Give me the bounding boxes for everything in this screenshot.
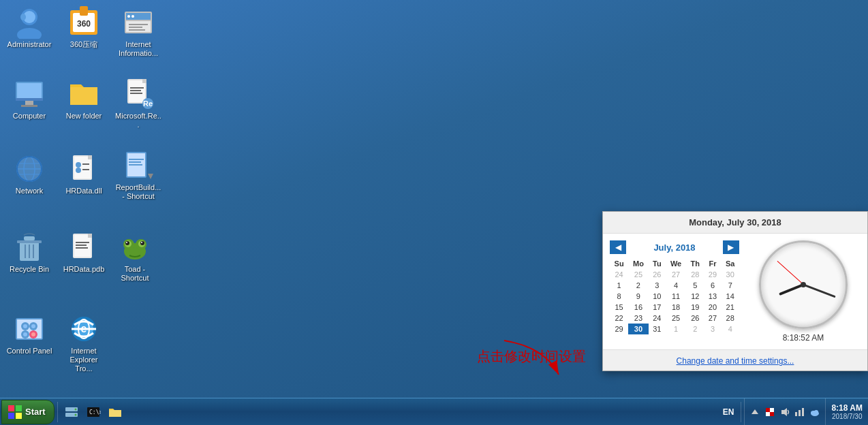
tray-network-icon[interactable] <box>794 406 806 418</box>
svg-rect-42 <box>82 163 89 165</box>
desktop-icon-hrdata-pdb[interactable]: HRData.pdb <box>58 228 110 277</box>
svg-point-82 <box>31 332 35 336</box>
calendar-day[interactable]: 24 <box>649 313 666 324</box>
calendar-popup: Monday, July 30, 2018 ◀ July, 2018 ▶ SuM… <box>602 211 868 371</box>
calendar-day[interactable]: 1 <box>666 324 686 334</box>
folder-open-icon <box>108 405 123 420</box>
calendar-day[interactable]: 31 <box>649 324 666 334</box>
svg-point-11 <box>127 15 130 18</box>
calendar-day[interactable]: 16 <box>628 302 648 313</box>
network-tray-icon <box>794 407 805 418</box>
desktop-icon-iis[interactable]: Internet Informatio... <box>112 3 164 61</box>
calendar-month-title: July, 2018 <box>653 242 695 253</box>
desktop-icon-360zip[interactable]: 360 360压缩 <box>58 3 110 52</box>
calendar-day-header: Th <box>686 258 704 269</box>
language-indicator[interactable]: EN <box>719 407 739 417</box>
taskbar-terminal-icon[interactable]: C:\> <box>82 401 104 423</box>
taskbar-separator <box>57 402 58 422</box>
svg-rect-44 <box>82 169 89 170</box>
svg-marker-104 <box>781 408 787 416</box>
taskbar-server-icon[interactable] <box>61 401 82 423</box>
svg-rect-90 <box>16 405 22 411</box>
calendar-day[interactable]: 3 <box>649 280 666 291</box>
tray-flag-icon[interactable] <box>764 406 776 418</box>
calendar-day[interactable]: 26 <box>649 269 666 280</box>
calendar-day[interactable]: 28 <box>686 269 704 280</box>
desktop-icon-newfolder[interactable]: New folder <box>58 75 110 123</box>
calendar-day[interactable]: 1 <box>610 280 628 291</box>
svg-point-110 <box>814 410 818 414</box>
calendar-day[interactable]: 26 <box>686 313 704 324</box>
calendar-day[interactable]: 23 <box>628 313 648 324</box>
calendar-day[interactable]: 10 <box>649 291 666 302</box>
svg-rect-60 <box>88 234 92 238</box>
calendar-day[interactable]: 30 <box>721 269 739 280</box>
tray-cloud-icon[interactable] <box>809 406 821 418</box>
calendar-day[interactable]: 25 <box>666 313 686 324</box>
svg-rect-74 <box>17 319 42 339</box>
calendar-day[interactable]: 21 <box>721 302 739 313</box>
calendar-day[interactable]: 4 <box>666 280 686 291</box>
svg-rect-49 <box>129 164 142 166</box>
svg-marker-50 <box>148 174 153 179</box>
calendar-day[interactable]: 12 <box>686 291 704 302</box>
calendar-next-button[interactable]: ▶ <box>723 240 739 254</box>
calendar-prev-button[interactable]: ◀ <box>610 240 626 254</box>
calendar-day[interactable]: 25 <box>628 269 648 280</box>
desktop-icon-administrator[interactable]: Administrator <box>3 3 55 52</box>
calendar-day[interactable]: 24 <box>610 269 628 280</box>
change-time-link[interactable]: Change date and time settings... <box>677 356 794 366</box>
calendar-day[interactable]: 11 <box>666 291 686 302</box>
svg-point-3 <box>20 14 26 20</box>
svg-rect-92 <box>16 413 22 419</box>
calendar-day[interactable]: 8 <box>610 291 628 302</box>
calendar-day[interactable]: 27 <box>704 313 722 324</box>
calendar-day[interactable]: 29 <box>704 269 722 280</box>
svg-rect-15 <box>129 29 145 31</box>
desktop-icon-microsoftre[interactable]: Re Microsoft.Re... <box>112 75 164 132</box>
calendar-day[interactable]: 29 <box>610 324 628 334</box>
taskbar-right-separator <box>741 402 741 422</box>
calendar-day[interactable]: 2 <box>628 280 648 291</box>
desktop-icon-hrdata-dll[interactable]: HRData.dll <box>58 150 110 198</box>
calendar-day[interactable]: 15 <box>610 302 628 313</box>
desktop-icon-controlpanel[interactable]: Control Panel <box>3 310 55 358</box>
svg-point-70 <box>140 241 144 245</box>
calendar-day[interactable]: 30 <box>628 324 648 334</box>
desktop-icon-network[interactable]: Network <box>3 150 55 198</box>
calendar-day[interactable]: 2 <box>686 324 704 334</box>
svg-rect-22 <box>70 87 97 105</box>
calendar-day[interactable]: 17 <box>649 302 666 313</box>
svg-text:360: 360 <box>77 19 91 29</box>
svg-point-95 <box>74 408 76 410</box>
calendar-day[interactable]: 7 <box>721 280 739 291</box>
desktop-icon-toad[interactable]: Toad - Shortcut <box>109 228 161 285</box>
tray-speaker-icon[interactable] <box>779 406 791 418</box>
calendar-day[interactable]: 28 <box>721 313 739 324</box>
calendar-day[interactable]: 20 <box>704 302 722 313</box>
calendar-day[interactable]: 19 <box>686 302 704 313</box>
calendar-day[interactable]: 14 <box>721 291 739 302</box>
flag-icon <box>764 407 775 418</box>
calendar-day[interactable]: 27 <box>666 269 686 280</box>
svg-rect-107 <box>802 408 804 416</box>
svg-point-96 <box>74 413 76 415</box>
calendar-day[interactable]: 18 <box>666 302 686 313</box>
taskbar-folder-icon[interactable] <box>104 401 126 423</box>
desktop-icon-recyclebin[interactable]: Recycle Bin <box>3 228 55 277</box>
calendar-day[interactable]: 6 <box>704 280 722 291</box>
desktop-icon-reportbuild[interactable]: ReportBuild... - Shortcut <box>112 146 164 204</box>
desktop-icon-computer[interactable]: Computer <box>3 75 55 123</box>
clock-area[interactable]: 8:18 AM 2018/7/30 <box>825 398 868 425</box>
calendar-day[interactable]: 3 <box>704 324 722 334</box>
calendar-day[interactable]: 9 <box>628 291 648 302</box>
calendar-day[interactable]: 4 <box>721 324 739 334</box>
desktop-icon-ie[interactable]: e Internet Explorer Tro... <box>58 310 110 377</box>
calendar-day[interactable]: 22 <box>610 313 628 324</box>
start-button[interactable]: Start <box>1 400 55 424</box>
calendar-day[interactable]: 13 <box>704 291 722 302</box>
tray-expand-icon[interactable] <box>749 406 761 418</box>
analog-clock <box>759 240 848 329</box>
calendar-day[interactable]: 5 <box>686 280 704 291</box>
svg-rect-53 <box>24 236 35 240</box>
